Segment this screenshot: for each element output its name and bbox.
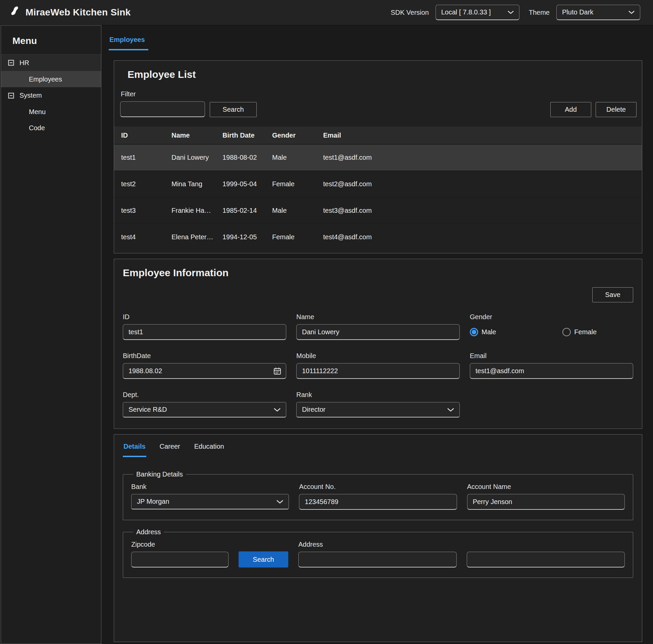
sidebar-group-label: System [20, 92, 42, 99]
app-logo-swoosh-icon [8, 5, 20, 20]
sdk-version-select[interactable]: Local [ 7.8.0.33 ] [436, 5, 519, 20]
birthdate-label: BirthDate [123, 352, 286, 360]
account-name-field[interactable] [467, 494, 625, 510]
app-header: MiraeWeb Kitchen Sink SDK Version Local … [0, 0, 653, 25]
sidebar-title: Menu [1, 25, 101, 54]
gender-male-radio[interactable] [470, 328, 478, 336]
tab-details[interactable]: Details [123, 441, 146, 457]
employee-info-title: Employee Information [123, 267, 633, 279]
mobile-label: Mobile [296, 352, 460, 360]
sdk-version-label: SDK Version [391, 9, 429, 17]
sidebar-item-label: Code [29, 124, 45, 132]
app-title: MiraeWeb Kitchen Sink [25, 7, 130, 18]
cell-gender: Female [272, 233, 323, 241]
cell-email: test4@asdf.com [323, 233, 642, 241]
main-content: Employees Employee List Filter Search Ad… [101, 25, 653, 644]
table-row[interactable]: test3 Frankie Ha… 1985-02-14 Male test3@… [114, 197, 642, 223]
sidebar-item-menu[interactable]: Menu [1, 104, 101, 120]
sidebar-group-label: HR [20, 59, 29, 67]
collapse-minus-icon[interactable] [8, 60, 14, 66]
calendar-icon[interactable] [273, 367, 281, 375]
theme-select[interactable]: Pluto Dark [556, 5, 640, 20]
cell-gender: Male [272, 154, 323, 161]
cell-gender: Male [272, 207, 323, 214]
cell-email: test2@asdf.com [323, 180, 642, 188]
sidebar-group-hr[interactable]: HR [1, 55, 101, 71]
sidebar-item-code[interactable]: Code [1, 120, 101, 136]
chevron-down-icon [446, 407, 455, 412]
address-field[interactable] [298, 552, 457, 568]
chevron-down-icon [628, 10, 635, 15]
zipcode-field[interactable] [131, 552, 228, 568]
name-label: Name [296, 313, 460, 321]
gender-male-label: Male [482, 328, 496, 336]
add-button[interactable]: Add [550, 102, 591, 117]
email-field[interactable] [470, 363, 633, 379]
details-panel: Details Career Education Banking Details… [114, 434, 642, 642]
banking-details-fieldset: Banking Details Bank JP Morgan Account N… [123, 471, 633, 520]
employee-info-panel: Employee Information Save ID Name Gender [114, 259, 642, 429]
gender-female-radio[interactable] [562, 328, 571, 336]
account-no-field[interactable] [299, 494, 457, 510]
filter-input[interactable] [120, 101, 205, 117]
cell-birth-date: 1988-08-02 [222, 154, 272, 161]
column-header-birth-date: Birth Date [222, 132, 272, 139]
column-header-name: Name [171, 132, 222, 139]
theme-value: Pluto Dark [562, 8, 593, 16]
tab-education[interactable]: Education [194, 441, 225, 457]
employee-list-panel: Employee List Filter Search Add Delete I… [114, 61, 642, 253]
employee-table: ID Name Birth Date Gender Email test1 Da… [114, 126, 642, 250]
employee-list-title: Employee List [127, 69, 629, 80]
sidebar-group-system[interactable]: System [1, 87, 101, 104]
cell-id: test4 [121, 233, 171, 241]
cell-birth-date: 1985-02-14 [222, 207, 272, 214]
address-fieldset: Address Zipcode Search Address [123, 528, 633, 578]
list-search-button[interactable]: Search [210, 102, 257, 117]
id-label: ID [123, 313, 286, 321]
main-tabbar: Employees [109, 34, 642, 50]
id-field[interactable] [123, 324, 286, 340]
bank-select[interactable]: JP Morgan [131, 494, 289, 509]
sidebar-item-label: Menu [29, 108, 46, 116]
cell-id: test3 [121, 207, 171, 214]
table-row[interactable]: test1 Dani Lowery 1988-08-02 Male test1@… [114, 144, 642, 170]
cell-name: Mina Tang [171, 180, 222, 188]
cell-name: Dani Lowery [171, 154, 222, 161]
delete-button[interactable]: Delete [596, 102, 636, 117]
cell-birth-date: 1999-05-04 [222, 180, 272, 188]
tab-career[interactable]: Career [159, 441, 181, 457]
table-row[interactable]: test4 Elena Peter… 1994-12-05 Female tes… [114, 223, 642, 250]
banking-details-legend: Banking Details [133, 471, 186, 478]
cell-id: test2 [121, 180, 171, 188]
dept-label: Dept. [123, 391, 286, 399]
rank-select[interactable]: Director [296, 402, 460, 418]
name-field[interactable] [296, 324, 460, 340]
column-header-id: ID [121, 132, 171, 139]
sdk-version-value: Local [ 7.8.0.33 ] [441, 8, 491, 16]
rank-value: Director [302, 406, 325, 413]
detail-tabbar: Details Career Education [123, 441, 633, 457]
rank-label: Rank [296, 391, 460, 399]
filter-label: Filter [121, 90, 205, 98]
chevron-down-icon [507, 10, 514, 15]
cell-birth-date: 1994-12-05 [222, 233, 272, 241]
sidebar-item-employees[interactable]: Employees [1, 71, 101, 87]
dept-select[interactable]: Service R&D [123, 402, 286, 418]
save-button[interactable]: Save [592, 287, 633, 302]
mobile-field[interactable] [296, 363, 460, 379]
column-header-gender: Gender [272, 132, 323, 139]
collapse-minus-icon[interactable] [8, 93, 14, 99]
cell-name: Elena Peter… [171, 233, 222, 241]
column-header-email: Email [323, 132, 642, 139]
chevron-down-icon [276, 499, 284, 504]
address-legend: Address [133, 528, 164, 536]
table-row[interactable]: test2 Mina Tang 1999-05-04 Female test2@… [114, 170, 642, 197]
table-header-row: ID Name Birth Date Gender Email [114, 126, 642, 144]
zipcode-search-button[interactable]: Search [239, 551, 288, 568]
address2-field[interactable] [467, 552, 625, 568]
bank-label: Bank [131, 483, 289, 491]
tab-employees[interactable]: Employees [109, 34, 148, 50]
account-no-label: Account No. [299, 483, 457, 491]
birthdate-field[interactable] [123, 363, 286, 379]
bank-value: JP Morgan [137, 498, 169, 505]
